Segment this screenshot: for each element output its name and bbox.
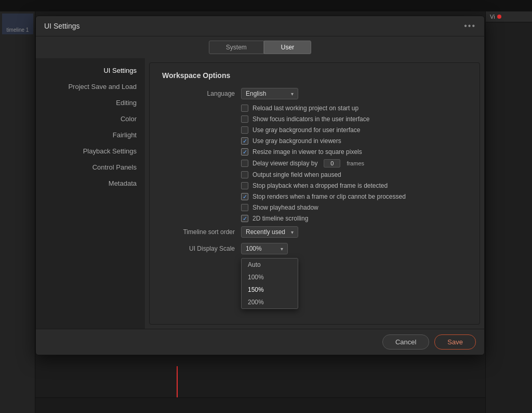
sidebar-item-control-panels[interactable]: Control Panels [36,159,145,175]
checkbox-row-show-playhead: Show playhead shadow [241,204,467,211]
sidebar-item-color[interactable]: Color [36,111,145,127]
timeline-sort-arrow: ▾ [291,229,294,235]
timeline-label: timeline 1 [0,27,35,33]
workspace-options-title: Workspace Options [162,71,467,80]
bottom-bar [35,397,485,413]
dropdown-option-150[interactable]: 150% [242,283,298,296]
checkbox-row-gray-bg-viewers: ✓ Use gray background in viewers [241,137,467,145]
dialog-header: UI Settings ••• [36,16,484,36]
language-value: English [246,90,266,97]
checkbox-row-reload-last: Reload last working project on start up [241,105,467,112]
language-row: Language English ▾ [162,88,467,99]
checkbox-row-delay-viewer: Delay viewer display by frames [241,159,467,167]
sidebar-item-playback-settings[interactable]: Playback Settings [36,143,145,159]
timeline-playhead [177,366,178,397]
tab-bar: System User [36,36,484,58]
checkbox-delay-viewer[interactable] [241,160,248,167]
language-dropdown[interactable]: English ▾ [241,88,298,99]
settings-sidebar: UI Settings Project Save and Load Editin… [36,58,145,329]
ui-scale-value: 100% [246,245,262,252]
settings-content: Workspace Options Language English ▾ Rel… [149,62,480,325]
frames-label: frames [347,160,364,166]
ui-scale-dropdown[interactable]: 100% ▾ [241,243,288,254]
checkbox-label-show-focus: Show focus indicators in the user interf… [252,115,369,123]
checkbox-section: Reload last working project on start up … [235,105,467,222]
checkbox-label-reload-last: Reload last working project on start up [252,105,358,112]
timeline-sort-row: Timeline sort order Recently used ▾ [162,226,467,238]
checkbox-row-gray-bg-ui: Use gray background for user interface [241,126,467,134]
sidebar-item-fairlight[interactable]: Fairlight [36,127,145,143]
checkbox-label-delay-viewer: Delay viewer display by [252,160,317,167]
ui-scale-label: UI Display Scale [162,245,235,252]
checkbox-row-resize-square: ✓ Resize image in viewer to square pixel… [241,148,467,156]
dialog-body: UI Settings Project Save and Load Editin… [36,58,484,329]
right-panel: Vi [485,11,532,413]
checkbox-resize-square[interactable]: ✓ [241,148,248,156]
checkbox-row-show-focus: Show focus indicators in the user interf… [241,115,467,123]
ui-scale-dropdown-popup: Auto 100% 150% 200% [241,258,298,309]
checkbox-show-playhead[interactable] [241,204,248,211]
dialog-footer: Cancel Save [36,329,484,355]
checkbox-row-stop-playback: Stop playback when a dropped frame is de… [241,182,467,189]
checkbox-label-gray-bg-ui: Use gray background for user interface [252,126,360,134]
checkbox-row-stop-renders: ✓ Stop renders when a frame or clip cann… [241,193,467,200]
top-bar [0,0,532,11]
language-dropdown-arrow: ▾ [291,91,294,97]
checkbox-label-output-single: Output single field when paused [252,171,341,178]
dropdown-option-auto[interactable]: Auto [242,259,298,271]
ui-scale-row: UI Display Scale 100% ▾ Auto 100% 150% 2… [162,243,467,254]
checkbox-gray-bg-ui[interactable] [241,126,248,134]
dropdown-option-200[interactable]: 200% [242,296,298,308]
tab-user[interactable]: User [264,41,311,54]
dropdown-option-100[interactable]: 100% [242,271,298,283]
language-label: Language [162,90,235,97]
cancel-button[interactable]: Cancel [382,334,429,350]
checkbox-label-gray-bg-viewers: Use gray background in viewers [252,137,341,145]
checkbox-gray-bg-viewers[interactable]: ✓ [241,137,248,145]
checkbox-reload-last[interactable] [241,105,248,112]
check-icon-2d-timeline: ✓ [243,216,247,222]
checkbox-label-stop-renders: Stop renders when a frame or clip cannot… [252,193,406,200]
checkbox-stop-renders[interactable]: ✓ [241,193,248,200]
checkbox-label-show-playhead: Show playhead shadow [252,204,318,211]
ui-scale-arrow: ▾ [281,246,283,252]
right-tab: Vi [486,11,532,22]
sidebar-item-project-save-load[interactable]: Project Save and Load [36,79,145,95]
delay-frames-input[interactable] [324,159,340,167]
dialog-menu-button[interactable]: ••• [464,21,476,31]
tab-system[interactable]: System [209,41,264,54]
red-dot [497,15,501,19]
left-panel [0,11,35,413]
checkbox-show-focus[interactable] [241,115,248,123]
check-icon-resize-square: ✓ [243,149,247,155]
checkbox-stop-playback[interactable] [241,182,248,189]
checkbox-row-output-single: Output single field when paused [241,171,467,178]
checkbox-output-single[interactable] [241,171,248,178]
check-icon-gray-bg-viewers: ✓ [243,138,247,144]
checkbox-label-resize-square: Resize image in viewer to square pixels [252,148,362,156]
checkbox-2d-timeline[interactable]: ✓ [241,215,248,222]
sidebar-item-ui-settings[interactable]: UI Settings [36,62,145,79]
ui-settings-dialog: UI Settings ••• System User UI Settings … [35,16,485,355]
check-icon-stop-renders: ✓ [243,194,247,200]
checkbox-label-stop-playback: Stop playback when a dropped frame is de… [252,182,388,189]
checkbox-label-2d-timeline: 2D timeline scrolling [252,215,308,222]
timeline-sort-label: Timeline sort order [162,228,235,236]
timeline-sort-dropdown[interactable]: Recently used ▾ [241,226,298,238]
sidebar-item-metadata[interactable]: Metadata [36,175,145,191]
sidebar-item-editing[interactable]: Editing [36,95,145,111]
checkbox-row-2d-timeline: ✓ 2D timeline scrolling [241,215,467,222]
dialog-title: UI Settings [44,22,79,30]
timeline-sort-value: Recently used [246,228,285,236]
save-button[interactable]: Save [434,334,476,350]
